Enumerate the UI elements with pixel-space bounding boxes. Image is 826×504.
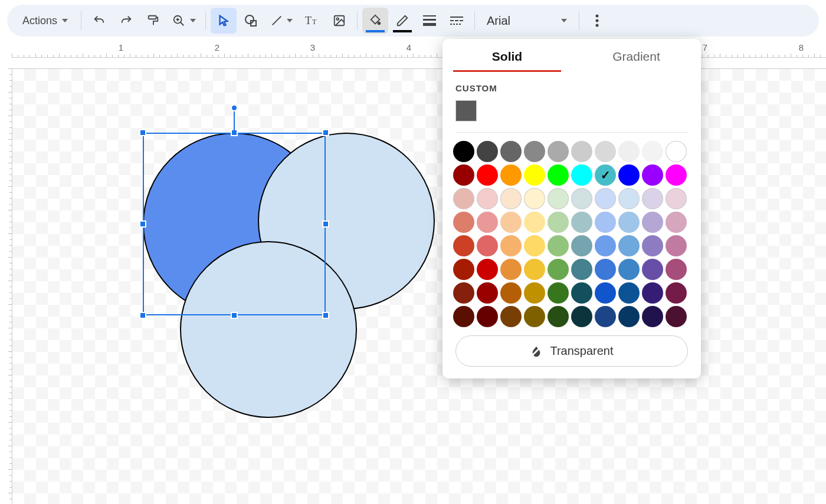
fill-color-button[interactable] [362, 8, 388, 34]
color-swatch[interactable] [453, 306, 474, 327]
color-swatch[interactable] [595, 235, 616, 256]
color-swatch[interactable] [453, 282, 474, 304]
color-swatch[interactable] [548, 259, 569, 280]
color-swatch[interactable] [548, 306, 569, 327]
color-swatch[interactable] [642, 141, 663, 162]
color-swatch[interactable] [524, 164, 545, 186]
color-swatch[interactable] [595, 141, 616, 162]
gradient-tab[interactable]: Gradient [572, 39, 701, 72]
color-swatch[interactable] [524, 306, 545, 327]
selection-handle[interactable] [139, 312, 146, 319]
color-swatch[interactable] [666, 164, 687, 186]
color-swatch[interactable] [477, 282, 498, 304]
color-swatch[interactable] [666, 212, 687, 233]
color-swatch[interactable] [595, 282, 616, 304]
color-swatch[interactable] [666, 259, 687, 280]
color-swatch[interactable] [642, 212, 663, 233]
transparent-button[interactable]: Transparent [455, 335, 688, 367]
color-swatch[interactable] [618, 164, 640, 186]
color-swatch[interactable] [595, 212, 616, 233]
color-swatch[interactable] [500, 188, 522, 209]
color-swatch[interactable] [642, 164, 663, 186]
selection-handle[interactable] [322, 312, 329, 319]
selection-bounding-box[interactable] [143, 133, 326, 315]
color-swatch[interactable] [524, 235, 545, 256]
color-swatch[interactable] [618, 235, 640, 256]
color-swatch[interactable] [571, 212, 592, 233]
color-swatch[interactable] [618, 282, 640, 304]
color-swatch[interactable] [524, 141, 545, 162]
custom-color-swatch[interactable] [455, 100, 477, 121]
color-swatch[interactable] [453, 259, 474, 280]
color-swatch[interactable] [642, 235, 663, 256]
zoom-button[interactable] [168, 8, 201, 34]
image-tool-button[interactable] [326, 8, 352, 34]
color-swatch[interactable] [548, 164, 569, 186]
border-color-button[interactable] [389, 8, 415, 34]
selection-handle[interactable] [139, 220, 146, 228]
color-swatch[interactable] [571, 259, 592, 280]
color-swatch[interactable] [477, 306, 498, 327]
color-swatch[interactable] [500, 282, 522, 304]
color-swatch[interactable] [595, 259, 616, 280]
color-swatch[interactable] [453, 235, 474, 256]
line-tool-button[interactable] [265, 8, 298, 34]
color-swatch[interactable] [477, 141, 498, 162]
drawing-canvas[interactable] [12, 68, 826, 504]
select-tool-button[interactable] [211, 8, 237, 34]
color-swatch[interactable] [642, 188, 663, 209]
color-swatch[interactable]: ✓ [595, 164, 616, 186]
color-swatch[interactable] [453, 212, 474, 233]
color-swatch[interactable] [595, 188, 616, 209]
color-swatch[interactable] [571, 141, 592, 162]
color-swatch[interactable] [477, 212, 498, 233]
font-family-select[interactable]: Arial [480, 14, 574, 28]
shape-tool-button[interactable] [238, 8, 264, 34]
color-swatch[interactable] [666, 188, 687, 209]
border-weight-button[interactable] [417, 8, 442, 34]
color-swatch[interactable] [571, 164, 592, 186]
color-swatch[interactable] [571, 306, 592, 327]
color-swatch[interactable] [642, 282, 663, 304]
color-swatch[interactable] [571, 282, 592, 304]
undo-button[interactable] [86, 8, 112, 34]
color-swatch[interactable] [524, 282, 545, 304]
selection-handle[interactable] [322, 129, 329, 136]
color-swatch[interactable] [500, 141, 522, 162]
selection-handle[interactable] [231, 312, 238, 319]
color-swatch[interactable] [571, 235, 592, 256]
color-swatch[interactable] [477, 164, 498, 186]
color-swatch[interactable] [548, 212, 569, 233]
color-swatch[interactable] [548, 188, 569, 209]
color-swatch[interactable] [548, 282, 569, 304]
color-swatch[interactable] [500, 235, 522, 256]
color-swatch[interactable] [618, 141, 640, 162]
color-swatch[interactable] [500, 212, 522, 233]
color-swatch[interactable] [548, 235, 569, 256]
selection-handle[interactable] [139, 129, 146, 136]
color-swatch[interactable] [666, 235, 687, 256]
color-swatch[interactable] [453, 164, 474, 186]
color-swatch[interactable] [477, 188, 498, 209]
solid-tab[interactable]: Solid [442, 39, 572, 72]
border-dash-button[interactable] [444, 8, 470, 34]
color-swatch[interactable] [618, 188, 640, 209]
color-swatch[interactable] [500, 164, 522, 186]
paint-format-button[interactable] [140, 8, 166, 34]
color-swatch[interactable] [666, 141, 687, 162]
color-swatch[interactable] [524, 259, 545, 280]
color-swatch[interactable] [453, 188, 474, 209]
color-swatch[interactable] [618, 306, 640, 327]
color-swatch[interactable] [453, 141, 474, 162]
color-swatch[interactable] [524, 212, 545, 233]
color-swatch[interactable] [477, 235, 498, 256]
actions-menu-button[interactable]: Actions [14, 8, 76, 34]
rotation-handle[interactable] [231, 104, 238, 111]
color-swatch[interactable] [500, 259, 522, 280]
more-options-button[interactable] [584, 8, 610, 34]
color-swatch[interactable] [666, 282, 687, 304]
color-swatch[interactable] [642, 259, 663, 280]
color-swatch[interactable] [618, 259, 640, 280]
color-swatch[interactable] [477, 259, 498, 280]
selection-handle[interactable] [322, 220, 329, 228]
